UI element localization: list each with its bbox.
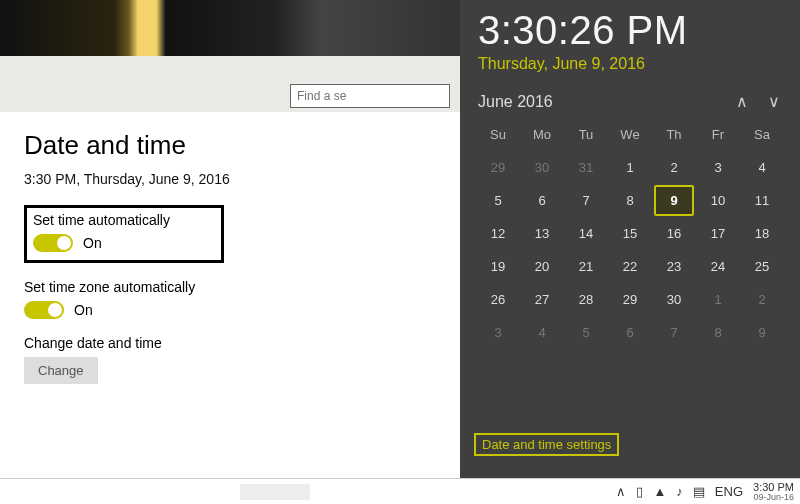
battery-icon[interactable]: ▯ — [636, 484, 643, 499]
calendar-day[interactable]: 30 — [654, 284, 694, 315]
change-dt-section: Change date and time Change — [24, 335, 436, 384]
volume-icon[interactable]: ♪ — [676, 484, 683, 499]
calendar-day[interactable]: 12 — [478, 218, 518, 249]
calendar-day[interactable]: 17 — [698, 218, 738, 249]
calendar-day[interactable]: 29 — [478, 152, 518, 183]
calendar-day[interactable]: 26 — [478, 284, 518, 315]
calendar-day[interactable]: 5 — [478, 185, 518, 216]
calendar-dow: Su — [478, 121, 518, 150]
set-time-auto-toggle[interactable] — [33, 234, 73, 252]
taskbar-clock-time: 3:30 PM — [753, 482, 794, 493]
calendar-day[interactable]: 3 — [698, 152, 738, 183]
chevron-up-icon[interactable]: ∧ — [736, 95, 750, 109]
settings-header — [0, 0, 460, 112]
action-center-icon[interactable]: ▤ — [693, 484, 705, 499]
calendar-day[interactable]: 4 — [522, 317, 562, 348]
settings-body: Date and time 3:30 PM, Thursday, June 9,… — [0, 112, 460, 384]
calendar-day[interactable]: 14 — [566, 218, 606, 249]
set-tz-auto-toggle[interactable] — [24, 301, 64, 319]
settings-panel: Date and time 3:30 PM, Thursday, June 9,… — [0, 0, 460, 504]
page-title: Date and time — [24, 130, 436, 161]
calendar-grid: SuMoTuWeThFrSa29303112345678910111213141… — [478, 121, 782, 348]
change-dt-button[interactable]: Change — [24, 357, 98, 384]
taskbar-app-button[interactable] — [240, 484, 310, 500]
calendar-dow: Tu — [566, 121, 606, 150]
system-tray: ∧ ▯ ▲ ♪ ▤ ENG — [616, 484, 743, 499]
calendar-dow: Fr — [698, 121, 738, 150]
calendar-day[interactable]: 24 — [698, 251, 738, 282]
calendar-day[interactable]: 5 — [566, 317, 606, 348]
set-time-auto-label: Set time automatically — [33, 212, 215, 228]
taskbar-clock[interactable]: 3:30 PM 09-Jun-16 — [753, 482, 794, 502]
calendar-nav: ∧ ∨ — [736, 95, 782, 109]
calendar-day[interactable]: 2 — [654, 152, 694, 183]
calendar-day[interactable]: 7 — [654, 317, 694, 348]
set-tz-auto-label: Set time zone automatically — [24, 279, 436, 295]
calendar-header: June 2016 ∧ ∨ — [478, 93, 782, 111]
calendar-day[interactable]: 10 — [698, 185, 738, 216]
calendar-day[interactable]: 9 — [742, 317, 782, 348]
calendar-day[interactable]: 8 — [698, 317, 738, 348]
wifi-icon[interactable]: ▲ — [653, 484, 666, 499]
calendar-day[interactable]: 28 — [566, 284, 606, 315]
date-time-settings-link[interactable]: Date and time settings — [474, 433, 619, 456]
calendar-day[interactable]: 22 — [610, 251, 650, 282]
calendar-day[interactable]: 1 — [610, 152, 650, 183]
settings-search[interactable] — [290, 84, 450, 108]
tray-overflow-icon[interactable]: ∧ — [616, 484, 626, 499]
flyout-date: Thursday, June 9, 2016 — [478, 55, 782, 73]
calendar-day[interactable]: 23 — [654, 251, 694, 282]
calendar-dow: Th — [654, 121, 694, 150]
highlight-set-time-auto: Set time automatically On — [24, 205, 224, 263]
calendar-day[interactable]: 6 — [610, 317, 650, 348]
calendar-day[interactable]: 8 — [610, 185, 650, 216]
calendar-dow: We — [610, 121, 650, 150]
taskbar-clock-date: 09-Jun-16 — [753, 493, 794, 502]
calendar-day[interactable]: 18 — [742, 218, 782, 249]
calendar-day[interactable]: 13 — [522, 218, 562, 249]
calendar-day[interactable]: 6 — [522, 185, 562, 216]
lock-screen-preview-strip — [0, 0, 460, 56]
set-time-auto-state: On — [83, 235, 102, 251]
flyout-time: 3:30:26 PM — [478, 8, 782, 53]
calendar-day[interactable]: 29 — [610, 284, 650, 315]
language-indicator[interactable]: ENG — [715, 484, 743, 499]
calendar-month-label[interactable]: June 2016 — [478, 93, 553, 111]
clock-calendar-flyout: 3:30:26 PM Thursday, June 9, 2016 June 2… — [460, 0, 800, 478]
calendar-dow: Mo — [522, 121, 562, 150]
calendar-day[interactable]: 11 — [742, 185, 782, 216]
set-tz-auto-state: On — [74, 302, 93, 318]
calendar-day[interactable]: 7 — [566, 185, 606, 216]
calendar-day[interactable]: 4 — [742, 152, 782, 183]
calendar-day[interactable]: 3 — [478, 317, 518, 348]
calendar-day[interactable]: 21 — [566, 251, 606, 282]
calendar-dow: Sa — [742, 121, 782, 150]
calendar-day[interactable]: 2 — [742, 284, 782, 315]
calendar-day[interactable]: 15 — [610, 218, 650, 249]
calendar-day[interactable]: 16 — [654, 218, 694, 249]
calendar-day[interactable]: 25 — [742, 251, 782, 282]
calendar-day[interactable]: 1 — [698, 284, 738, 315]
calendar-day[interactable]: 30 — [522, 152, 562, 183]
calendar-day[interactable]: 20 — [522, 251, 562, 282]
change-dt-label: Change date and time — [24, 335, 436, 351]
calendar-day-today[interactable]: 9 — [654, 185, 694, 216]
calendar-day[interactable]: 27 — [522, 284, 562, 315]
set-tz-auto-section: Set time zone automatically On — [24, 279, 436, 319]
current-time-text: 3:30 PM, Thursday, June 9, 2016 — [24, 171, 436, 187]
calendar-day[interactable]: 31 — [566, 152, 606, 183]
settings-search-input[interactable] — [297, 89, 443, 103]
taskbar: ∧ ▯ ▲ ♪ ▤ ENG 3:30 PM 09-Jun-16 — [0, 478, 800, 504]
calendar-day[interactable]: 19 — [478, 251, 518, 282]
chevron-down-icon[interactable]: ∨ — [768, 95, 782, 109]
